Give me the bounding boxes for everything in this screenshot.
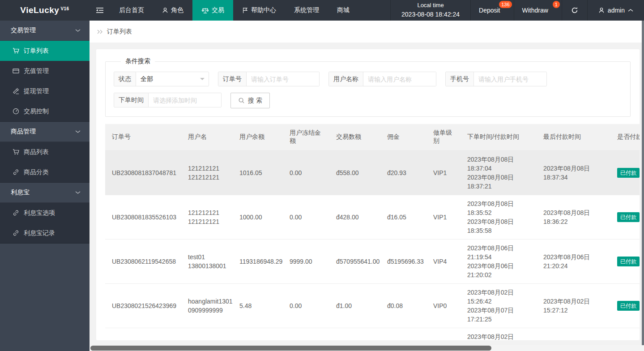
col-header-order-no: 订单号 [105, 124, 181, 150]
nav-item-roles[interactable]: 角色 [153, 0, 192, 21]
withdraw-count-badge: 1 [553, 1, 560, 8]
sidebar-item-withdraw[interactable]: 提现管理 [0, 81, 90, 101]
cell-last-pay-time: 2023年08月02日 14:32:59 [537, 328, 610, 340]
table-row: UB2308081837048781 121212121 121212121 1… [105, 150, 640, 195]
phone-input[interactable] [474, 72, 546, 86]
col-header-commission: 佣金 [380, 124, 426, 150]
orders-table: 订单号 用户名 用户余额 用户冻结金额 交易数额 佣金 做单级别 下单时间/付款… [105, 124, 640, 340]
order-time-input[interactable] [149, 93, 221, 107]
sidebar-item-order-list[interactable]: 订单列表 [0, 41, 90, 61]
cell-paid-status: 已付款 [610, 328, 640, 340]
cell-frozen: 0.00 [283, 328, 329, 340]
paid-status-badge: 已付款 [617, 168, 640, 178]
order-no-label: 订单号 [218, 72, 247, 86]
local-time: Local time 2023-08-08 18:42:24 [390, 0, 470, 21]
col-header-frozen: 用户冻结金额 [283, 124, 329, 150]
refresh-button[interactable] [562, 0, 587, 21]
order-time-field-group: 下单时间 [114, 93, 222, 107]
sidebar-group-lixibao-toggle[interactable]: 利息宝 [0, 183, 90, 203]
paid-status-badge: 已付款 [617, 212, 640, 222]
nav-item-mall[interactable]: 商城 [328, 0, 358, 21]
sidebar-item-trade-control[interactable]: 交易控制 [0, 101, 90, 121]
cell-order-time: 2023年08月08日 18:35:52 [467, 199, 530, 217]
link-icon [13, 230, 20, 236]
status-select[interactable]: 全部 [136, 72, 209, 86]
paid-status-badge: 已付款 [617, 257, 640, 266]
username-label: 用户名称 [329, 72, 363, 86]
cell-pay-time: 2023年08月06日 21:20:02 [467, 261, 530, 279]
table-row: UB2308021526423969 hoanglamit1301 090999… [105, 283, 640, 328]
sidebar-item-goods-list[interactable]: 商品列表 [0, 142, 90, 162]
sidebar-group-lixibao: 利息宝 利息宝选项 利息宝记录 [0, 183, 90, 244]
order-no-field-group: 订单号 [218, 72, 320, 86]
chevron-down-icon [75, 29, 81, 32]
sidebar-group-goods-toggle[interactable]: 商品管理 [0, 122, 90, 142]
scales-icon [201, 7, 209, 14]
nav-item-dashboard[interactable]: 后台首页 [110, 0, 153, 21]
search-icon [238, 97, 245, 104]
local-time-label: Local time [417, 1, 444, 10]
sidebar-item-recharge[interactable]: 充值管理 [0, 61, 90, 81]
sidebar-item-lixibao-records[interactable]: 利息宝记录 [0, 223, 90, 243]
nav-item-trade[interactable]: 交易 [192, 0, 233, 21]
cell-balance: 1193186948.29 [233, 239, 283, 283]
sidebar-toggle-button[interactable] [90, 0, 110, 21]
vertical-scrollbar[interactable] [642, 21, 644, 345]
cell-amount: đ558.00 [329, 150, 380, 195]
username-field-group: 用户名称 [328, 72, 436, 86]
gavel-icon [13, 88, 20, 94]
horizontal-scrollbar-thumb[interactable] [90, 346, 491, 351]
cell-last-pay-time: 2023年08月08日 18:36:22 [537, 195, 610, 239]
sidebar-item-lixibao-options[interactable]: 利息宝选项 [0, 203, 90, 223]
link-icon [13, 210, 20, 216]
cell-frozen: 9999.00 [283, 239, 329, 283]
table-row: UB2308081835526103 121212121 121212121 1… [105, 195, 640, 239]
cell-amount: đ1.00 [329, 283, 380, 328]
order-time-label: 下单时间 [114, 93, 149, 107]
vertical-scrollbar-thumb[interactable] [642, 21, 644, 345]
cell-last-pay-time: 2023年08月02日 15:27:12 [537, 283, 610, 328]
cell-user: test01 13800138001 [181, 239, 233, 283]
cell-level: VIP1 [426, 195, 461, 239]
search-legend: 条件搜索 [121, 57, 155, 65]
withdraw-button[interactable]: Withdraw 1 [514, 0, 562, 21]
cell-amount: đ570955641.00 [329, 239, 380, 283]
cell-times: 2023年08月06日 21:19:54 2023年08月06日 21:20:0… [461, 239, 537, 283]
page-title: 订单列表 [107, 28, 132, 36]
user-name: admin [608, 7, 625, 14]
nav-item-system[interactable]: 系统管理 [285, 0, 328, 21]
cell-order-no: UB2308021432298739 [105, 328, 181, 340]
cell-user: 121212121 121212121 [181, 150, 233, 195]
sidebar-item-goods-category[interactable]: 商品分类 [0, 162, 90, 182]
cell-times: 2023年08月08日 18:35:52 2023年08月08日 18:35:5… [461, 195, 537, 239]
cell-frozen: 0.00 [283, 150, 329, 195]
brand-name: VieLucky [20, 5, 59, 15]
cell-pay-time: 2023年08月08日 18:35:58 [467, 217, 530, 235]
caret-down-icon [200, 78, 205, 82]
status-field-group: 状态 全部 [114, 72, 209, 86]
nav-label: 交易 [212, 6, 224, 14]
cart-icon [13, 149, 20, 155]
horizontal-scrollbar[interactable] [90, 345, 644, 351]
sidebar-group-trade-toggle[interactable]: 交易管理 [0, 21, 90, 41]
sidebar-group-label: 交易管理 [11, 26, 36, 34]
withdraw-label: Withdraw [522, 7, 548, 14]
order-no-input[interactable] [247, 72, 319, 86]
sidebar-item-label: 利息宝记录 [24, 229, 55, 237]
search-button[interactable]: 搜 索 [230, 93, 270, 108]
cell-level: VIP0 [426, 328, 461, 340]
cell-times: 2023年08月08日 18:37:04 2023年08月08日 18:37:2… [461, 150, 537, 195]
cell-amount: đ4.00 [329, 328, 380, 340]
user-menu[interactable]: admin [587, 0, 644, 21]
nav-item-help-center[interactable]: 帮助中心 [233, 0, 285, 21]
cell-phone: 0909999999 [188, 306, 226, 315]
cell-username: 121212121 [188, 164, 226, 173]
deposit-button[interactable]: Deposit 136 [470, 0, 513, 21]
username-input[interactable] [363, 72, 436, 86]
search-row-1: 状态 全部 订单号 用户名称 手机 [114, 72, 622, 86]
flag-icon [242, 7, 248, 13]
orders-card: 条件搜索 状态 全部 订单号 用户名称 [96, 49, 640, 340]
nav-label: 角色 [171, 6, 183, 14]
sidebar-group-label: 商品管理 [11, 128, 36, 136]
cell-user: hoanglamit1301 0909999999 [181, 283, 233, 328]
